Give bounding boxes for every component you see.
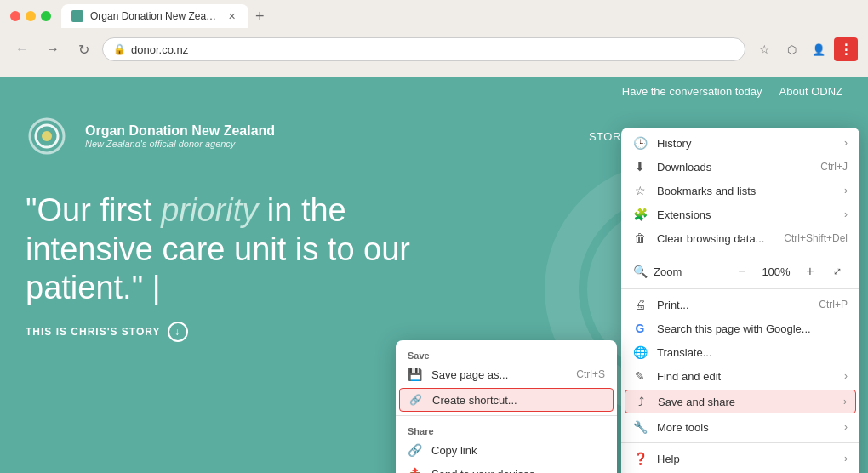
- extensions-chevron: ›: [844, 208, 848, 220]
- history-label: History: [657, 137, 834, 150]
- send-devices-icon: 📤: [408, 467, 421, 473]
- bookmark-button[interactable]: ☆: [752, 37, 776, 61]
- menu-item-extensions[interactable]: 🧩 Extensions ›: [621, 202, 859, 226]
- zoom-icon: 🔍: [633, 265, 647, 278]
- extension-button[interactable]: ⬡: [779, 37, 803, 61]
- menu-item-downloads[interactable]: ⬇ Downloads Ctrl+J: [621, 155, 859, 179]
- back-button[interactable]: ←: [10, 37, 34, 61]
- zoom-expand-button[interactable]: ⤢: [827, 261, 848, 282]
- address-icons: ☆ ⬡ 👤 ⋮: [752, 37, 858, 61]
- help-icon: ❓: [633, 452, 647, 465]
- clear-browsing-label: Clear browsing data...: [657, 232, 774, 245]
- menu-divider-2: [621, 288, 859, 289]
- menu-divider-3: [621, 442, 859, 443]
- print-label: Print...: [657, 299, 808, 311]
- hero-cta-label: THIS IS CHRIS'S STORY: [26, 326, 161, 338]
- maximize-window-button[interactable]: [41, 11, 51, 21]
- extensions-label: Extensions: [657, 208, 834, 221]
- find-edit-label: Find and edit: [657, 370, 834, 383]
- menu-item-help[interactable]: ❓ Help ›: [621, 447, 859, 470]
- menu-item-save-share[interactable]: ⤴ Save and share ›: [625, 390, 856, 413]
- menu-item-search-google[interactable]: G Search this page with Google...: [621, 316, 859, 340]
- menu-item-save-page[interactable]: 💾 Save page as... Ctrl+S: [396, 362, 617, 386]
- menu-item-more-tools[interactable]: 🔧 More tools ›: [621, 415, 859, 439]
- main-dropdown-menu: 🕒 History › ⬇ Downloads Ctrl+J ☆ Bookmar…: [621, 128, 859, 473]
- reload-button[interactable]: ↻: [71, 37, 95, 61]
- save-section-label: Save: [396, 344, 617, 362]
- topbar-link-about[interactable]: About ODNZ: [779, 85, 842, 98]
- site-topbar: Have the conversation today About ODNZ: [0, 77, 868, 106]
- print-icon: 🖨: [633, 298, 647, 311]
- find-edit-chevron: ›: [844, 370, 848, 382]
- help-label: Help: [657, 453, 834, 465]
- zoom-plus-button[interactable]: +: [800, 261, 820, 282]
- hero-heading: "Our first priority in the intensive car…: [26, 191, 443, 308]
- share-section-label: Share: [396, 419, 617, 438]
- url-display: donor.co.nz: [131, 43, 188, 56]
- downloads-label: Downloads: [657, 161, 810, 174]
- zoom-value: 100%: [759, 265, 793, 278]
- share-divider: [396, 415, 617, 416]
- search-google-label: Search this page with Google...: [657, 322, 848, 335]
- translate-label: Translate...: [657, 346, 848, 359]
- site-logo: [26, 115, 68, 157]
- save-submenu: Save 💾 Save page as... Ctrl+S 🔗 Create s…: [396, 340, 617, 473]
- address-bar-row: ← → ↻ 🔒 donor.co.nz ☆ ⬡ 👤 ⋮: [0, 32, 868, 66]
- zoom-label: Zoom: [654, 265, 725, 278]
- tab-favicon: [71, 10, 83, 22]
- save-page-icon: 💾: [408, 368, 421, 381]
- menu-item-clear-browsing[interactable]: 🗑 Clear browsing data... Ctrl+Shift+Del: [621, 226, 859, 250]
- tab-close-button[interactable]: ✕: [225, 9, 238, 23]
- minimize-window-button[interactable]: [26, 11, 36, 21]
- save-share-label: Save and share: [658, 396, 833, 408]
- menu-item-copy-link[interactable]: 🔗 Copy link: [396, 438, 617, 462]
- website: Have the conversation today About ODNZ O…: [0, 77, 868, 473]
- save-share-chevron: ›: [843, 396, 847, 407]
- browser-chrome: Organ Donation New Zealan... ✕ + ← → ↻ 🔒…: [0, 0, 868, 77]
- org-sub: New Zealand's official donor agency: [85, 139, 275, 149]
- bookmarks-icon: ☆: [633, 184, 647, 197]
- tab-bar: Organ Donation New Zealan... ✕ +: [61, 4, 832, 28]
- more-tools-label: More tools: [657, 421, 834, 434]
- send-devices-label: Send to your devices: [431, 468, 605, 474]
- title-bar: Organ Donation New Zealan... ✕ +: [0, 0, 868, 32]
- menu-item-history[interactable]: 🕒 History ›: [621, 131, 859, 155]
- copy-link-icon: 🔗: [408, 443, 421, 457]
- more-tools-chevron: ›: [844, 421, 848, 433]
- menu-button[interactable]: ⋮: [834, 37, 858, 61]
- hero-quote-start: "Our first: [26, 192, 161, 228]
- create-shortcut-label: Create shortcut...: [432, 394, 604, 407]
- menu-divider-1: [621, 254, 859, 254]
- profile-button[interactable]: 👤: [807, 37, 831, 61]
- tab-title: Organ Donation New Zealan...: [90, 10, 218, 22]
- menu-item-send-devices[interactable]: 📤 Send to your devices: [396, 462, 617, 473]
- zoom-row: 🔍 Zoom − 100% + ⤢: [621, 258, 859, 285]
- logo-text: Organ Donation New Zealand New Zealand's…: [85, 123, 275, 149]
- copy-link-label: Copy link: [431, 444, 605, 457]
- find-edit-icon: ✎: [633, 369, 647, 383]
- clear-browsing-shortcut: Ctrl+Shift+Del: [784, 232, 848, 244]
- print-shortcut: Ctrl+P: [819, 299, 848, 311]
- more-tools-icon: 🔧: [633, 420, 647, 434]
- browser-tab[interactable]: Organ Donation New Zealan... ✕: [61, 4, 248, 28]
- zoom-minus-button[interactable]: −: [732, 261, 752, 282]
- create-shortcut-icon: 🔗: [408, 393, 422, 407]
- new-tab-button[interactable]: +: [248, 8, 271, 26]
- menu-item-find-edit[interactable]: ✎ Find and edit ›: [621, 364, 859, 388]
- menu-item-print[interactable]: 🖨 Print... Ctrl+P: [621, 293, 859, 316]
- topbar-link-conversation[interactable]: Have the conversation today: [622, 85, 762, 98]
- translate-icon: 🌐: [633, 345, 647, 359]
- hero-section: "Our first priority in the intensive car…: [0, 166, 468, 308]
- window-controls: [10, 11, 51, 21]
- menu-item-translate[interactable]: 🌐 Translate...: [621, 340, 859, 364]
- hero-highlight: priority: [161, 192, 258, 228]
- forward-button[interactable]: →: [41, 37, 65, 61]
- menu-item-bookmarks[interactable]: ☆ Bookmarks and lists ›: [621, 179, 859, 202]
- address-field[interactable]: 🔒 donor.co.nz: [102, 37, 745, 61]
- close-window-button[interactable]: [10, 11, 20, 21]
- org-name: Organ Donation New Zealand: [85, 123, 275, 139]
- save-share-icon: ⤴: [634, 395, 648, 408]
- menu-item-create-shortcut[interactable]: 🔗 Create shortcut...: [399, 388, 614, 412]
- history-icon: 🕒: [633, 136, 647, 150]
- help-chevron: ›: [844, 453, 848, 464]
